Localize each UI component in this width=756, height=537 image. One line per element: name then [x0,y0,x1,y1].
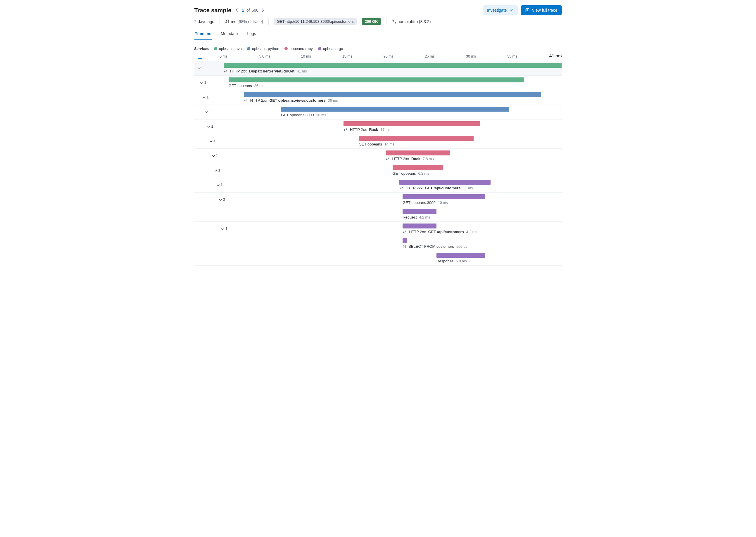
span-bar[interactable] [436,253,486,258]
ruler-tick: 30 ms [466,54,476,59]
span-bar[interactable] [403,224,436,228]
chevron-down-icon [216,183,220,187]
pager-prev[interactable] [234,8,240,13]
pager-current[interactable]: 1 [241,8,245,13]
span-bar[interactable] [229,77,524,82]
legend-item[interactable]: opbeans-python [247,46,279,51]
span-toggle[interactable]: 1 [197,66,204,70]
span-name: GET /api/customers [428,229,464,234]
span-duration: 17 ms [380,128,390,132]
span-bar[interactable] [393,165,443,170]
span-name: GET opbeans [359,142,382,146]
span-bar[interactable] [224,63,561,68]
chevron-down-icon [211,154,215,157]
span-bar[interactable] [403,194,485,199]
page-title: Trace sample [195,7,232,14]
span-row[interactable]: 3GET opbeans:300010 ms [195,192,562,207]
span-bar[interactable] [244,92,541,97]
span-lane[interactable]: GET opbeans6.2 ms [224,163,562,178]
span-bar[interactable] [403,209,436,214]
tab-timeline[interactable]: Timeline [195,31,212,40]
chevron-down-icon [214,169,217,172]
span-row[interactable]: Response6.0 ms [195,251,562,266]
span-lane[interactable]: Response6.0 ms [224,251,562,265]
span-bar[interactable] [385,150,450,155]
span-lane[interactable]: HTTP 2xxGET opbeans.views.customers36 ms [224,90,562,104]
span-duration: 41 ms [297,69,307,73]
span-row[interactable]: SELECT FROM customers506 µs [195,236,562,251]
legend-item[interactable]: opbeans-ruby [285,46,313,51]
span-row[interactable]: Request4.2 ms [195,207,562,222]
span-row[interactable]: 1GET opbeans14 ms [195,134,562,149]
span-lane[interactable]: HTTP 2xxRack7.8 ms [224,149,562,163]
tab-logs[interactable]: Logs [246,31,256,40]
chevron-down-icon [197,66,201,70]
span-lane[interactable]: HTTP 2xxGET /api/customers4.2 ms [224,222,562,236]
span-lane[interactable]: GET opbeans36 ms [224,76,562,90]
span-caption: Response6.0 ms [436,259,467,263]
span-name: GET opbeans:3000 [403,200,436,205]
span-bar[interactable] [403,238,407,243]
span-bar[interactable] [343,121,480,126]
span-duration: 10 ms [438,201,448,205]
span-lane[interactable]: SELECT FROM customers506 µs [224,236,562,251]
span-bar[interactable] [281,107,509,112]
span-lane[interactable]: HTTP 2xxDispatcherServlet#doGet41 ms [224,61,562,75]
span-name: GET /api/customers [425,186,461,190]
span-row[interactable]: 1HTTP 2xxDispatcherServlet#doGet41 ms [195,61,562,76]
span-bar[interactable] [399,180,491,185]
span-row[interactable]: 1HTTP 2xxRack17 ms [195,119,562,134]
legend-item[interactable]: opbeans-go [318,46,343,51]
legend-item[interactable]: opbeans-java [214,46,242,51]
pager-next[interactable] [260,8,265,13]
divider-icon [386,19,386,25]
http-icon [224,69,228,73]
services-label: Services [195,47,209,51]
tab-metadata[interactable]: Metadata [220,31,238,40]
span-row[interactable]: 1HTTP 2xxGET /api/customers4.2 ms [195,222,562,236]
span-toggle[interactable]: 1 [211,153,218,158]
span-lane[interactable]: GET opbeans14 ms [224,134,562,148]
span-lane[interactable]: HTTP 2xxRack17 ms [224,119,562,134]
legend-name: opbeans-java [219,46,242,51]
span-duration: 4.2 ms [466,230,477,234]
span-toggle[interactable]: 1 [202,95,209,99]
legend-name: opbeans-python [252,46,279,51]
span-toggle[interactable]: 1 [209,139,216,143]
chevron-down-icon [204,110,208,114]
swatch-icon [214,47,217,50]
investigate-button[interactable]: Investigate [483,5,518,15]
span-lane[interactable]: GET opbeans:300010 ms [224,192,562,207]
span-gutter: 1 [195,105,224,119]
pager-of-word: of [246,8,250,13]
span-toggle[interactable]: 1 [200,80,206,85]
span-lane[interactable]: Request4.2 ms [224,207,562,222]
view-full-trace-button[interactable]: View full trace [521,5,562,15]
span-duration: 14 ms [384,142,394,146]
span-child-count: 1 [214,139,216,143]
investigate-label: Investigate [487,8,507,13]
span-name: Request [403,215,417,220]
span-row[interactable]: 1HTTP 2xxRack7.8 ms [195,149,562,163]
span-lane[interactable]: HTTP 2xxGET /api/customers11 ms [224,178,562,192]
span-lane[interactable]: GET opbeans:300028 ms [224,105,562,119]
span-http: HTTP 2xx [250,98,267,103]
span-row[interactable]: 1GET opbeans6.2 ms [195,163,562,178]
span-row[interactable]: 1GET opbeans:300028 ms [195,105,562,119]
span-toggle[interactable]: 1 [216,183,223,187]
chevron-down-icon [209,139,212,143]
span-bar[interactable] [359,136,473,141]
span-toggle[interactable]: 1 [204,109,211,114]
legend-name: opbeans-ruby [289,46,313,51]
span-duration: 36 ms [328,99,338,103]
span-caption: GET opbeans36 ms [229,84,264,88]
span-toggle[interactable]: 1 [207,124,213,129]
chevron-down-icon [218,198,222,201]
span-row[interactable]: 1HTTP 2xxGET /api/customers11 ms [195,178,562,192]
collapse-all-icon[interactable] [195,54,224,59]
http-icon [385,157,390,160]
span-row[interactable]: 1HTTP 2xxGET opbeans.views.customers36 m… [195,90,562,105]
span-row[interactable]: 1GET opbeans36 ms [195,76,562,90]
span-toggle[interactable]: 1 [214,168,220,172]
span-gutter: 1 [195,178,224,192]
